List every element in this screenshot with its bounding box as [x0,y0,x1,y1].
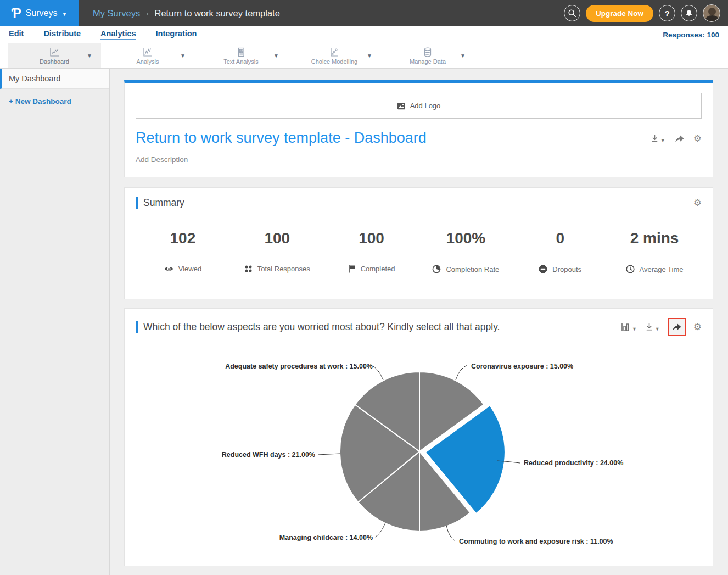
share-arrow-icon [674,135,685,143]
breadcrumb-current: Return to work survey template [155,8,280,19]
toolbar-item-label: Analysis [137,58,159,65]
stat-label: Total Responses [257,265,310,273]
help-button[interactable]: ? [659,5,675,21]
main-layout: My Dashboard + New Dashboard Add Logo Re… [0,69,728,575]
download-icon [645,322,654,332]
line-chart-icon [142,47,154,58]
stat-label: Completion Rate [446,265,499,273]
clock-icon [626,265,635,273]
toolbar-item-label: Dashboard [40,58,69,65]
upgrade-now-button[interactable]: Upgrade Now [586,5,653,22]
chevron-down-icon[interactable]: ▼ [460,53,466,59]
survey-tabs: Edit Distribute Analytics Integration Re… [0,26,728,43]
topbar-actions: Upgrade Now ? [564,4,728,22]
user-avatar[interactable] [703,4,720,22]
share-button-highlighted[interactable] [668,318,686,336]
stat-label: Dropouts [552,265,581,273]
eye-icon [164,265,173,272]
dashboard-content: Add Logo Return to work survey template … [110,69,728,575]
divider [336,255,407,255]
settings-gear-icon[interactable]: ⚙ [693,198,702,208]
stat-completed: 100 Completed [324,230,419,276]
title-actions: ▼ ⚙ [650,130,702,143]
search-button[interactable] [564,5,580,21]
stat-label: Average Time [640,265,684,273]
download-button[interactable]: ▼ [645,322,660,332]
chevron-down-icon: ▼ [655,326,660,332]
app-logo[interactable]: Ƥ Surveys ▼ [0,0,79,26]
pie-label-leader-line [318,454,340,455]
flag-icon [348,265,356,273]
notifications-button[interactable] [681,5,697,21]
stat-value: 102 [136,230,230,247]
toolbar-item-dashboard[interactable]: Dashboard ▼ [8,43,101,68]
toolbar-item-label: Choice Modelling [311,58,357,65]
toolbar-item-analysis[interactable]: Analysis ▼ [101,43,194,68]
stat-viewed: 102 Viewed [136,230,230,276]
toolbar-item-text-analysis[interactable]: Text Analysis ▼ [194,43,288,68]
chevron-down-icon[interactable]: ▼ [367,53,372,59]
download-button[interactable]: ▼ [650,134,665,143]
stat-value: 100 [324,230,419,247]
chevron-down-icon[interactable]: ▼ [273,53,279,59]
settings-gear-icon[interactable]: ⚙ [693,134,702,143]
summary-card: Summary ⚙ 102 Viewed 100 Total Responses… [124,187,713,299]
add-description-button[interactable]: Add Description [136,155,702,164]
stat-label: Completed [361,265,395,273]
chevron-down-icon[interactable]: ▼ [180,53,186,59]
pie-label: Managing childcare : 14.00% [279,534,373,541]
stat-value: 0 [513,230,607,247]
tab-edit[interactable]: Edit [9,29,24,40]
image-icon [397,102,406,110]
new-dashboard-button[interactable]: + New Dashboard [0,89,109,114]
bar-chart-icon [621,322,631,332]
breadcrumb-my-surveys[interactable]: My Surveys [93,8,140,19]
stat-value: 2 mins [607,230,702,247]
pie-label: Adequate safety procedures at work : 15.… [225,362,373,370]
add-logo-label: Add Logo [410,102,441,110]
bell-icon [685,9,693,18]
chart-type-button[interactable]: ▼ [621,322,637,332]
pie-label: Reduced WFH days : 21.00% [222,451,315,459]
tab-analytics[interactable]: Analytics [100,29,136,40]
section-accent-bar [136,321,138,333]
pie-label-leader-line [446,526,455,541]
dots-grid-icon [244,265,253,273]
document-grid-icon [235,47,247,58]
toolbar-item-choice-modelling[interactable]: Choice Modelling ▼ [288,43,381,68]
summary-stats: 102 Viewed 100 Total Responses 100 Compl… [136,230,702,276]
stat-average-time: 2 mins Average Time [607,230,702,276]
divider [619,255,690,255]
stat-completion-rate: 100% Completion Rate [418,230,513,276]
toolbar-item-manage-data[interactable]: Manage Data ▼ [381,43,474,68]
pie-progress-icon [432,265,441,273]
top-bar: Ƥ Surveys ▼ My Surveys › Return to work … [0,0,728,26]
pie-label-leader-line [456,365,467,380]
search-icon [568,9,576,18]
question-card: Which of the below aspects are you worri… [124,308,713,566]
responses-count: Responses: 100 [663,31,719,39]
divider [430,255,501,255]
sidebar-item-my-dashboard[interactable]: My Dashboard [0,69,109,89]
section-accent-bar [136,197,138,209]
toolbar-item-label: Text Analysis [223,58,259,65]
chevron-down-icon: ▼ [61,11,67,17]
settings-gear-icon[interactable]: ⚙ [693,322,702,332]
pie-label-leader-line [375,523,385,537]
breadcrumb: My Surveys › Return to work survey templ… [93,8,280,19]
divider [524,255,596,255]
tab-integration[interactable]: Integration [156,29,197,40]
pie-label: Commuting to work and exposure risk : 11… [459,538,613,545]
question-mark-icon: ? [664,9,669,18]
scatter-chart-icon [328,47,340,58]
divider [147,255,219,255]
add-logo-button[interactable]: Add Logo [136,93,702,119]
share-button[interactable] [674,135,685,143]
breadcrumb-separator: › [146,9,148,18]
chevron-down-icon: ▼ [660,138,665,143]
summary-title: Summary [143,197,184,209]
chevron-down-icon: ▼ [632,326,637,332]
chevron-down-icon[interactable]: ▼ [87,53,92,59]
pie-chart[interactable]: Coronavirus exposure : 15.00%Reduced pro… [125,339,714,567]
tab-distribute[interactable]: Distribute [43,29,81,40]
